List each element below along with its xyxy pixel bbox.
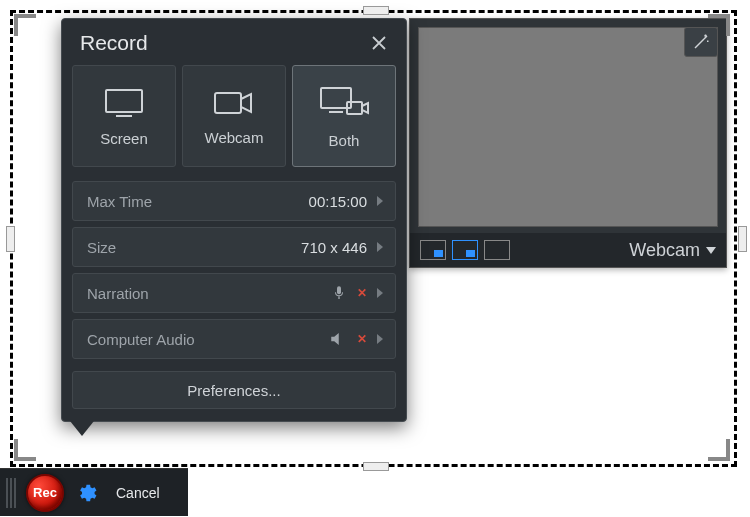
computer-audio-label: Computer Audio — [87, 331, 195, 348]
settings-button[interactable] — [72, 479, 100, 507]
record-button[interactable]: Rec — [26, 474, 64, 512]
source-webcam-button[interactable]: Webcam — [182, 65, 286, 167]
edge-handle-bottom[interactable] — [363, 462, 389, 471]
preferences-label: Preferences... — [187, 382, 280, 399]
computer-audio-row[interactable]: Computer Audio ✕ — [72, 319, 396, 359]
popup-header: Record — [62, 19, 406, 65]
edge-handle-top[interactable] — [363, 6, 389, 15]
close-button[interactable] — [368, 32, 390, 54]
cancel-button[interactable]: Cancel — [108, 479, 168, 507]
chevron-right-icon — [377, 288, 383, 298]
source-webcam-label: Webcam — [205, 129, 264, 146]
source-both-label: Both — [329, 132, 360, 149]
edge-handle-left[interactable] — [6, 226, 15, 252]
layout-option-corner[interactable] — [420, 240, 446, 260]
svg-rect-6 — [338, 296, 339, 299]
cancel-button-label: Cancel — [116, 485, 160, 501]
source-selector: Screen Webcam Both — [62, 65, 406, 175]
source-screen-label: Screen — [100, 130, 148, 147]
corner-handle-br[interactable] — [708, 439, 730, 461]
source-both-button[interactable]: Both — [292, 65, 396, 167]
size-row[interactable]: Size 710 x 446 — [72, 227, 396, 267]
svg-rect-0 — [106, 90, 142, 112]
disabled-x-icon: ✕ — [357, 332, 367, 346]
webcam-dropdown[interactable]: Webcam — [629, 240, 716, 261]
edge-handle-right[interactable] — [738, 226, 747, 252]
speaker-icon — [329, 331, 347, 347]
preferences-button[interactable]: Preferences... — [72, 371, 396, 409]
webcam-preview-footer: Webcam — [410, 233, 726, 267]
svg-rect-2 — [215, 93, 241, 113]
max-time-value: 00:15:00 — [309, 193, 367, 210]
size-label: Size — [87, 239, 116, 256]
drag-grip-icon[interactable] — [6, 478, 18, 508]
magic-wand-button[interactable] — [684, 27, 718, 57]
source-screen-button[interactable]: Screen — [72, 65, 176, 167]
disabled-x-icon: ✕ — [357, 286, 367, 300]
narration-label: Narration — [87, 285, 149, 302]
max-time-label: Max Time — [87, 193, 152, 210]
chevron-right-icon — [377, 196, 383, 206]
webcam-preview-canvas — [418, 27, 718, 227]
layout-option-full[interactable] — [484, 240, 510, 260]
computer-audio-status: ✕ — [329, 331, 367, 347]
chevron-right-icon — [377, 334, 383, 344]
max-time-row[interactable]: Max Time 00:15:00 — [72, 181, 396, 221]
layout-option-pip[interactable] — [452, 240, 478, 260]
corner-handle-tl[interactable] — [14, 14, 36, 36]
corner-handle-bl[interactable] — [14, 439, 36, 461]
record-button-label: Rec — [33, 485, 57, 500]
microphone-icon — [331, 285, 347, 301]
chevron-down-icon — [706, 247, 716, 254]
webcam-preview-panel: Webcam — [409, 18, 727, 268]
popup-title: Record — [80, 31, 148, 55]
record-popup: Record Screen Webcam — [61, 18, 407, 422]
chevron-right-icon — [377, 242, 383, 252]
webcam-dropdown-label: Webcam — [629, 240, 700, 261]
gear-icon — [75, 482, 97, 504]
size-value: 710 x 446 — [301, 239, 367, 256]
narration-row[interactable]: Narration ✕ — [72, 273, 396, 313]
narration-status: ✕ — [331, 285, 367, 301]
control-toolbar: Rec Cancel — [0, 468, 188, 516]
